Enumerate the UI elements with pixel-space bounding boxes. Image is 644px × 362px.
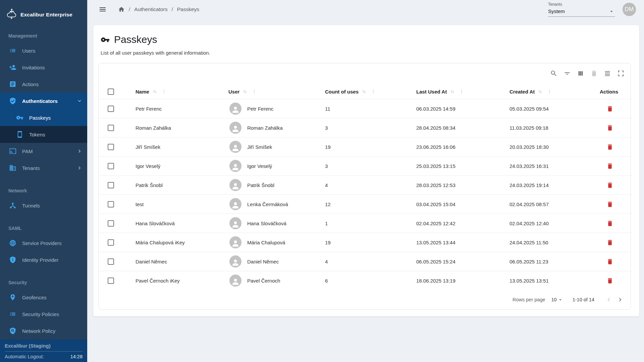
row-checkbox[interactable] bbox=[108, 182, 114, 188]
sidebar-item-tunnels[interactable]: Tunnels bbox=[0, 197, 87, 214]
column-menu-icon[interactable] bbox=[371, 89, 376, 94]
count-of-uses: 1 bbox=[325, 221, 328, 226]
cell-select bbox=[99, 182, 127, 188]
previous-page-button[interactable] bbox=[603, 294, 614, 305]
sidebar-item-pam[interactable]: PAM bbox=[0, 143, 87, 160]
delete-passkey-button[interactable] bbox=[604, 236, 616, 248]
cell-created-at: 13.05.2025 13:51 bbox=[509, 278, 600, 284]
density-button[interactable] bbox=[602, 68, 613, 79]
row-checkbox[interactable] bbox=[108, 163, 114, 169]
column-menu-icon[interactable] bbox=[252, 89, 257, 94]
delete-passkey-button[interactable] bbox=[604, 103, 616, 115]
last-used-at: 25.03.2025 13:15 bbox=[416, 163, 455, 169]
chevron-left-icon bbox=[605, 296, 612, 303]
sidebar-item-security-policies[interactable]: Security Policies bbox=[0, 306, 87, 322]
person-add-icon bbox=[9, 64, 16, 71]
breadcrumb-authenticators[interactable]: Authenticators bbox=[134, 6, 167, 12]
column-menu-icon[interactable] bbox=[459, 89, 464, 94]
delete-passkey-button[interactable] bbox=[604, 198, 616, 210]
pagination-range: 1-10 of 14 bbox=[573, 297, 594, 302]
sidebar-item-actions[interactable]: Actions bbox=[0, 76, 87, 93]
sidebar-item-identity-provider[interactable]: Identity Provider bbox=[0, 251, 87, 268]
sort-icon[interactable] bbox=[242, 89, 248, 95]
delete-passkey-button[interactable] bbox=[604, 179, 616, 191]
list-icon bbox=[9, 47, 16, 54]
menu-toggle-button[interactable] bbox=[97, 4, 108, 15]
sidebar-item-label: Passkeys bbox=[29, 115, 51, 121]
row-checkbox[interactable] bbox=[108, 239, 114, 246]
sidebar-item-tenants[interactable]: Tenants bbox=[0, 160, 87, 176]
cell-user: Hana Slováčková bbox=[228, 217, 324, 229]
home-icon[interactable] bbox=[118, 6, 125, 13]
cell-actions bbox=[600, 236, 631, 248]
created-at: 13.05.2025 13:51 bbox=[509, 278, 549, 284]
sidebar-item-authenticators[interactable]: Authenticators bbox=[0, 93, 87, 109]
sidebar-item-tokens[interactable]: Tokens bbox=[0, 126, 87, 143]
user-name: Lenka Čermáková bbox=[247, 201, 288, 207]
cell-name: Petr Ferenc bbox=[127, 106, 228, 112]
column-menu-icon[interactable] bbox=[547, 89, 552, 94]
sort-icon[interactable] bbox=[361, 89, 367, 95]
row-checkbox[interactable] bbox=[108, 106, 114, 112]
row-checkbox[interactable] bbox=[108, 278, 114, 284]
column-header-created-at[interactable]: Created At bbox=[509, 89, 600, 95]
breadcrumb-passkeys[interactable]: Passkeys bbox=[177, 6, 199, 12]
delete-passkey-button[interactable] bbox=[604, 122, 616, 134]
column-header-user[interactable]: User bbox=[228, 89, 324, 95]
user-avatar-icon bbox=[229, 160, 241, 172]
cell-count-of-uses: 11 bbox=[324, 106, 416, 112]
delete-passkey-button[interactable] bbox=[604, 160, 616, 172]
created-at: 02.04.2025 12:40 bbox=[509, 221, 549, 226]
fullscreen-button[interactable] bbox=[615, 68, 626, 79]
delete-selected-button[interactable] bbox=[589, 68, 599, 79]
row-checkbox[interactable] bbox=[108, 220, 114, 227]
column-header-last-used-at[interactable]: Last Used At bbox=[416, 89, 509, 95]
sidebar-item-label: Tunnels bbox=[22, 203, 40, 208]
count-of-uses: 19 bbox=[325, 144, 331, 150]
user-avatar-icon bbox=[229, 255, 241, 267]
row-checkbox[interactable] bbox=[108, 201, 114, 207]
row-checkbox[interactable] bbox=[108, 125, 114, 131]
search-button[interactable] bbox=[548, 68, 559, 79]
created-at: 24.03.2025 16:31 bbox=[509, 163, 549, 169]
sort-icon[interactable] bbox=[152, 89, 158, 95]
row-checkbox[interactable] bbox=[108, 144, 114, 150]
nav-section-title-network: Network bbox=[0, 188, 87, 194]
select-all-checkbox[interactable] bbox=[108, 88, 114, 95]
card-head: Passkeys List of all user passkeys with … bbox=[93, 25, 639, 56]
cell-select bbox=[99, 125, 127, 131]
sidebar-item-label: Identity Provider bbox=[22, 257, 58, 263]
delete-passkey-button[interactable] bbox=[604, 141, 616, 153]
sidebar-item-invitations[interactable]: Invitations bbox=[0, 59, 87, 76]
sidebar-item-passkeys[interactable]: Passkeys bbox=[0, 109, 87, 126]
caret-down-icon bbox=[608, 8, 614, 14]
sidebar-item-users[interactable]: Users bbox=[0, 42, 87, 59]
user-avatar-button[interactable]: DM bbox=[623, 3, 636, 16]
sort-icon[interactable] bbox=[449, 89, 455, 95]
sidebar-item-service-providers[interactable]: Service Providers bbox=[0, 235, 87, 251]
column-menu-icon[interactable] bbox=[161, 89, 167, 94]
next-page-button[interactable] bbox=[614, 294, 626, 305]
cell-created-at: 11.03.2025 09:18 bbox=[509, 125, 600, 131]
sidebar-item-network-policy[interactable]: Network Policy bbox=[0, 322, 87, 339]
tenant-select[interactable]: System bbox=[548, 7, 615, 17]
sidebar-item-label: Geofences bbox=[22, 295, 47, 300]
sort-icon[interactable] bbox=[537, 89, 543, 95]
sidebar-item-geofences[interactable]: Geofences bbox=[0, 289, 87, 306]
search-icon bbox=[550, 70, 557, 77]
row-checkbox[interactable] bbox=[108, 258, 114, 265]
cell-count-of-uses: 12 bbox=[324, 201, 416, 207]
delete-passkey-button[interactable] bbox=[604, 217, 616, 229]
cell-last-used-at: 28.03.2025 12:53 bbox=[416, 182, 509, 188]
count-of-uses: 19 bbox=[325, 240, 331, 245]
column-header-count-of-uses[interactable]: Count of uses bbox=[324, 89, 416, 95]
last-used-at: 28.03.2025 12:53 bbox=[416, 182, 455, 188]
delete-passkey-button[interactable] bbox=[604, 255, 616, 267]
user-avatar-icon bbox=[229, 236, 241, 248]
delete-passkey-button[interactable] bbox=[604, 275, 616, 287]
rows-per-page-select[interactable]: 10 bbox=[551, 297, 563, 303]
columns-button[interactable] bbox=[575, 68, 586, 79]
cell-select bbox=[99, 201, 127, 207]
filter-button[interactable] bbox=[562, 68, 573, 79]
column-header-name[interactable]: Name bbox=[127, 89, 228, 95]
